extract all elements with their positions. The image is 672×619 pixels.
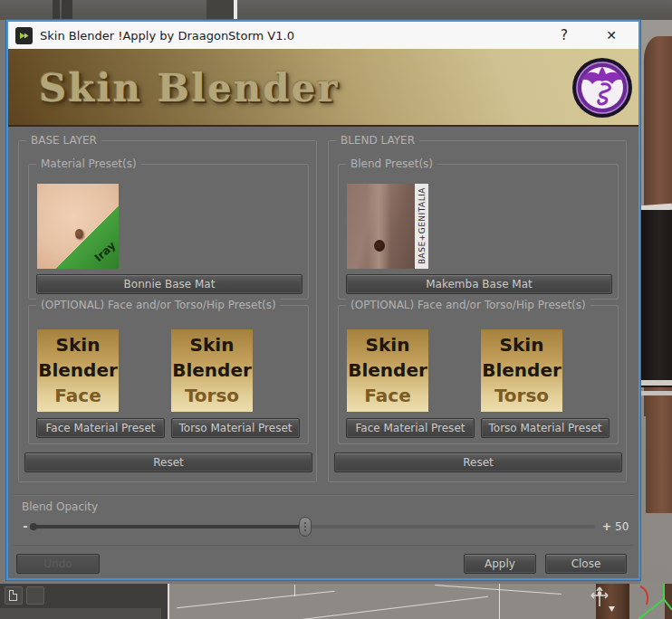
blend-preset-group: Blend Preset(s) BASE+GENITALIA Makemba B… xyxy=(338,164,619,300)
thumbnail-side-strip: BASE+GENITALIA xyxy=(415,184,428,269)
pose-tool-icon[interactable] xyxy=(587,585,618,615)
section-divider xyxy=(14,545,633,546)
skin-blender-face-thumbnail[interactable]: Skin Blender Face xyxy=(37,329,119,412)
base-optional-preset-group: (OPTIONAL) Face and/or Torso/Hip Preset(… xyxy=(28,305,309,444)
viewport-split-divider xyxy=(168,584,169,619)
base-layer-group: BASE LAYER Material Preset(s) Iray Bonni… xyxy=(18,140,317,482)
character-hip xyxy=(646,395,672,513)
blend-opacity-label: Blend Opacity xyxy=(22,500,98,513)
thumb-line: Torso xyxy=(171,383,253,408)
undo-button[interactable]: Undo xyxy=(16,554,100,574)
skin-blender-torso-thumbnail[interactable]: Skin Blender Torso xyxy=(171,329,253,412)
skin-blender-face-thumbnail[interactable]: Skin Blender Face xyxy=(347,329,428,412)
navel-detail xyxy=(374,240,385,252)
bonnie-base-thumbnail[interactable]: Iray xyxy=(37,184,119,269)
base-reset-button[interactable]: Reset xyxy=(24,452,312,472)
thumbnail-side-text: BASE+GENITALIA xyxy=(418,187,427,264)
character-hem-trim xyxy=(640,380,672,386)
skin-blender-torso-thumbnail[interactable]: Skin Blender Torso xyxy=(481,329,562,412)
banner-title: Skin Blender xyxy=(39,49,339,125)
thumb-line: Blender xyxy=(171,357,253,383)
makemba-base-thumbnail[interactable]: BASE+GENITALIA xyxy=(347,184,428,269)
skin-highlight xyxy=(367,184,390,269)
grid-line xyxy=(177,591,334,608)
toolbar-divider xyxy=(62,0,72,20)
base-layer-label: BASE LAYER xyxy=(26,134,101,147)
blend-face-material-preset-button[interactable]: Face Material Preset xyxy=(346,418,475,438)
viewport-right-strip[interactable] xyxy=(640,20,672,584)
toolbar-block xyxy=(206,0,234,20)
bottom-panel xyxy=(0,584,168,619)
slider-handle[interactable] xyxy=(299,517,312,537)
blend-preset-label: Blend Preset(s) xyxy=(346,157,437,170)
blend-layer-group: BLEND LAYER Blend Preset(s) BASE+GENITAL… xyxy=(328,140,627,482)
blend-opacity-slider[interactable] xyxy=(32,525,595,529)
thumb-line: Skin xyxy=(171,329,253,357)
character-tank-top xyxy=(640,210,672,387)
banner: Skin Blender xyxy=(8,49,638,127)
pane-divider xyxy=(234,0,237,20)
blend-optional-preset-group: (OPTIONAL) Face and/or Torso/Hip Preset(… xyxy=(338,305,619,444)
opacity-value: 50 xyxy=(615,520,638,533)
base-material-preset-group: Material Preset(s) Iray Bonnie Base Mat xyxy=(28,164,309,300)
thumb-line: Blender xyxy=(481,357,562,383)
help-icon[interactable]: ? xyxy=(544,22,584,49)
opacity-increment-button[interactable]: + xyxy=(601,519,612,533)
blend-layer-label: BLEND LAYER xyxy=(336,134,419,147)
background-toolbar-strip xyxy=(0,0,672,20)
close-icon[interactable]: ✕ xyxy=(591,22,631,49)
daz-studio-app-icon xyxy=(15,27,33,44)
toolbar-divider xyxy=(53,0,60,20)
bottom-panel-bar xyxy=(0,608,161,619)
dialog-titlebar[interactable]: Skin Blender !Apply by DraagonStorm V1.0… xyxy=(8,22,638,49)
new-document-button[interactable] xyxy=(5,586,23,605)
thumb-line: Skin xyxy=(347,329,428,357)
skin-blender-dialog: Skin Blender !Apply by DraagonStorm V1.0… xyxy=(6,20,640,580)
blend-torso-material-preset-button[interactable]: Torso Material Preset xyxy=(481,418,610,438)
viewport-axis-gizmo xyxy=(625,584,672,619)
new-document-icon xyxy=(9,590,17,601)
thumb-line: Blender xyxy=(347,357,428,383)
thumb-line: Skin xyxy=(37,329,119,357)
base-optional-label: (OPTIONAL) Face and/or Torso/Hip Preset(… xyxy=(36,299,281,311)
thumb-line: Face xyxy=(347,383,428,408)
base-face-material-preset-button[interactable]: Face Material Preset xyxy=(36,418,165,438)
base-torso-material-preset-button[interactable]: Torso Material Preset xyxy=(171,418,300,438)
thumb-line: Torso xyxy=(481,383,562,408)
blend-optional-label: (OPTIONAL) Face and/or Torso/Hip Preset(… xyxy=(346,299,590,311)
thumb-line: Blender xyxy=(37,357,119,383)
makemba-base-mat-button[interactable]: Makemba Base Mat xyxy=(346,274,612,294)
base-material-preset-label: Material Preset(s) xyxy=(36,157,141,170)
bonnie-base-mat-button[interactable]: Bonnie Base Mat xyxy=(36,274,302,294)
thumb-line: Skin xyxy=(481,329,562,357)
open-document-button[interactable] xyxy=(26,586,44,605)
apply-button[interactable]: Apply xyxy=(464,554,536,574)
dialog-title: Skin Blender !Apply by DraagonStorm V1.0 xyxy=(40,29,294,43)
grid-tick xyxy=(294,585,295,596)
section-divider xyxy=(14,494,633,495)
close-button[interactable]: Close xyxy=(545,554,627,574)
draagonstorm-dragon-logo xyxy=(571,57,633,119)
grid-line xyxy=(435,585,562,595)
blend-reset-button[interactable]: Reset xyxy=(334,452,622,472)
thumb-line: Face xyxy=(37,383,119,408)
viewport-bottom-strip[interactable] xyxy=(0,584,672,619)
